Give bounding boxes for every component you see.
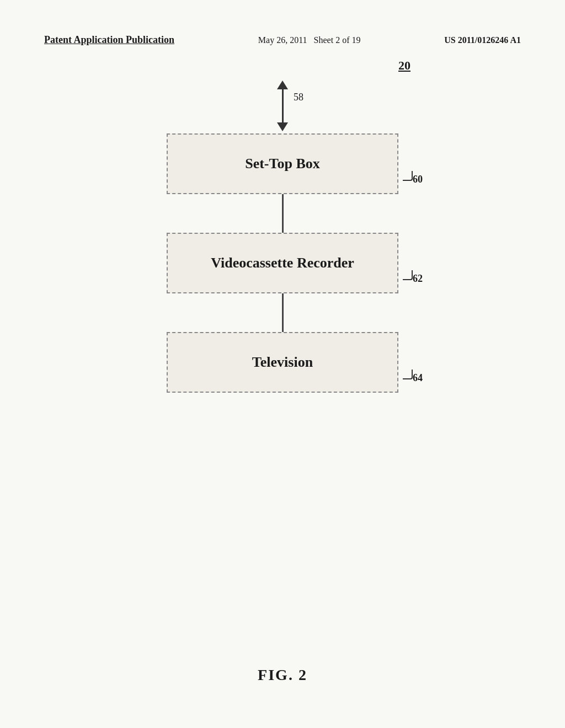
publication-date: May 26, 2011	[258, 35, 307, 45]
vcr-container: Videocassette Recorder 62	[167, 233, 398, 293]
page-header: Patent Application Publication May 26, 2…	[44, 33, 521, 47]
ref-64-label: 64	[413, 372, 423, 384]
television-container: Television 64	[167, 332, 398, 393]
connector-1	[282, 194, 284, 233]
publication-label: Patent Application Publication	[44, 33, 174, 47]
connector-2	[282, 293, 284, 332]
sheet-info: Sheet 2 of 19	[314, 35, 361, 45]
television-box: Television 64	[167, 332, 398, 393]
figure-number-label: 20	[398, 58, 411, 73]
set-top-box-label: Set-Top Box	[245, 156, 320, 172]
ref-58-label: 58	[294, 92, 303, 103]
set-top-box: Set-Top Box 60	[167, 133, 398, 194]
ref-60-label: 60	[413, 174, 423, 185]
patent-number: US 2011/0126246 A1	[444, 33, 521, 47]
vcr-label: Videocassette Recorder	[211, 255, 354, 271]
set-top-box-container: Set-Top Box 60	[167, 133, 398, 194]
bidirectional-arrow: 58	[277, 81, 288, 131]
television-label: Television	[252, 354, 313, 371]
diagram-area: 20 58 Set-Top Box 60 Videocassette Recor…	[44, 81, 521, 393]
figure-caption: FIG. 2	[258, 666, 307, 684]
vcr-box: Videocassette Recorder 62	[167, 233, 398, 293]
patent-page: Patent Application Publication May 26, 2…	[0, 0, 565, 728]
date-sheet-label: May 26, 2011 Sheet 2 of 19	[258, 33, 361, 47]
arrow-up-icon	[277, 81, 288, 89]
arrow-shaft	[282, 89, 284, 122]
arrow-down-icon	[277, 122, 288, 131]
ref-62-label: 62	[413, 273, 423, 285]
